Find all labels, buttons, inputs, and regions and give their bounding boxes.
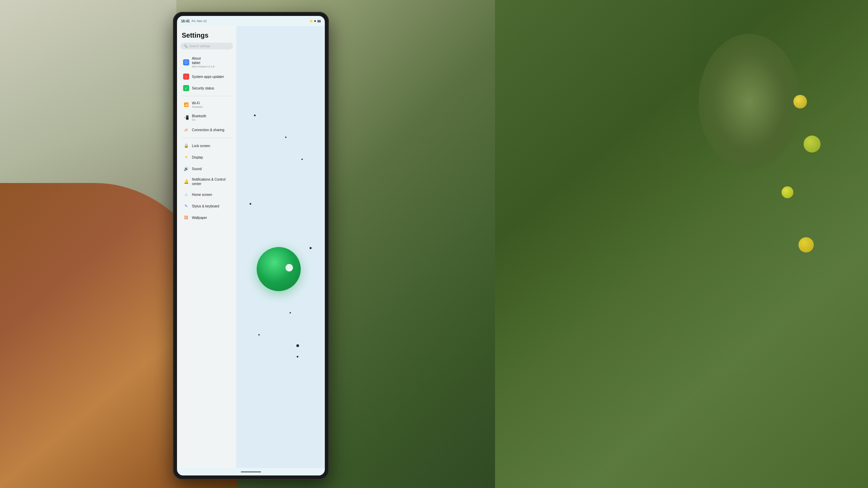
- bluetooth-value: On: [192, 118, 230, 121]
- dot-4: [250, 203, 251, 205]
- fruit-2: [804, 136, 821, 152]
- lock-icon: 🔒: [183, 143, 189, 149]
- bluetooth-status-icon: ⭐: [309, 19, 313, 23]
- status-time: 16:41: [181, 19, 190, 23]
- dot-5: [310, 247, 312, 249]
- dot-1: [254, 115, 256, 116]
- animation-container: [236, 26, 325, 468]
- sidebar-item-security-status[interactable]: ✓ Security status: [178, 83, 235, 94]
- small-dark-dot: [296, 344, 299, 347]
- sound-icon: 🔊: [183, 166, 189, 172]
- sidebar-item-system-apps-updater[interactable]: ↑ System apps updater: [178, 71, 235, 82]
- nav-indicator: [241, 471, 261, 472]
- lock-screen-label: Lock screen: [192, 144, 230, 148]
- settings-detail-panel: [236, 26, 325, 468]
- sidebar-item-stylus-keyboard[interactable]: ✎ Stylus & keyboard: [178, 201, 235, 211]
- home-icon: ⌂: [183, 191, 189, 198]
- bluetooth-icon: 📲: [183, 115, 189, 121]
- nav-bar: [177, 468, 325, 475]
- wallpaper-label: Wallpaper: [192, 216, 230, 220]
- wifi-value: Techlekh: [192, 105, 230, 108]
- search-icon: 🔍: [184, 44, 188, 48]
- sidebar-item-about-tablet[interactable]: ⓘ Abouttablet MIUI Global 12.5.8: [178, 54, 235, 70]
- about-tablet-label: Abouttablet: [192, 56, 230, 65]
- settings-sidebar: Settings 🔍 Search settings ⓘ Abouttablet…: [177, 26, 236, 468]
- battery-icon: ▮▮: [317, 19, 321, 23]
- sidebar-item-sound[interactable]: 🔊 Sound: [178, 163, 235, 174]
- bluetooth-label: Bluetooth: [192, 114, 230, 118]
- sidebar-item-display[interactable]: ☀ Display: [178, 152, 235, 163]
- sidebar-item-home-screen[interactable]: ⌂ Home screen: [178, 189, 235, 200]
- dot-8: [290, 312, 291, 313]
- dot-7: [297, 356, 298, 358]
- status-date: Fri, Nov 12: [192, 19, 207, 23]
- connection-icon: ⇄: [183, 127, 189, 133]
- divider-2: [182, 138, 232, 138]
- wifi-icon: 📶: [183, 102, 189, 108]
- status-bar: 16:41 Fri, Nov 12 ⭐ ■ ▮▮: [177, 16, 325, 26]
- dot-2: [285, 137, 287, 138]
- shield-icon: ✓: [183, 85, 189, 91]
- sound-label: Sound: [192, 167, 230, 171]
- status-icons: ⭐ ■ ▮▮: [309, 19, 321, 23]
- notifications-label: Notifications & Control center: [192, 177, 230, 186]
- display-icon: ☀: [183, 154, 189, 160]
- tablet-screen: 16:41 Fri, Nov 12 ⭐ ■ ▮▮ Settings 🔍 Sear…: [177, 16, 325, 475]
- system-apps-updater-label: System apps updater: [192, 75, 230, 79]
- sidebar-item-lock-screen[interactable]: 🔒 Lock screen: [178, 140, 235, 151]
- home-screen-label: Home screen: [192, 192, 230, 197]
- tablet-device: 16:41 Fri, Nov 12 ⭐ ■ ▮▮ Settings 🔍 Sear…: [173, 12, 329, 480]
- sidebar-item-wallpaper[interactable]: 🖼 Wallpaper: [178, 212, 235, 223]
- fruit-1: [793, 95, 807, 108]
- dot-6: [258, 334, 260, 336]
- fruit-4: [798, 237, 814, 252]
- wifi-label: Wi-Fi: [192, 101, 230, 105]
- search-box[interactable]: 🔍 Search settings: [180, 43, 233, 49]
- screen-content: Settings 🔍 Search settings ⓘ Abouttablet…: [177, 26, 325, 468]
- wallpaper-icon: 🖼: [183, 215, 189, 221]
- sidebar-item-notifications[interactable]: 🔔 Notifications & Control center: [178, 175, 235, 188]
- connection-sharing-label: Connection & sharing: [192, 128, 230, 132]
- sidebar-item-wifi[interactable]: 📶 Wi-Fi Techlekh: [178, 99, 235, 111]
- sidebar-item-bluetooth[interactable]: 📲 Bluetooth On: [178, 111, 235, 124]
- search-input[interactable]: Search settings: [189, 44, 230, 48]
- display-label: Display: [192, 155, 230, 160]
- sidebar-item-connection-sharing[interactable]: ⇄ Connection & sharing: [178, 124, 235, 135]
- security-status-label: Security status: [192, 86, 230, 90]
- plant-decoration: [665, 68, 834, 271]
- divider-1: [182, 96, 232, 96]
- info-icon: ⓘ: [183, 59, 189, 65]
- stylus-keyboard-label: Stylus & keyboard: [192, 204, 230, 208]
- settings-title: Settings: [177, 26, 236, 43]
- fruit-3: [782, 186, 793, 198]
- dot-3: [301, 159, 303, 160]
- notification-icon: 🔔: [183, 179, 189, 185]
- stylus-icon: ✎: [183, 203, 189, 209]
- about-tablet-version: MIUI Global 12.5.8: [192, 65, 230, 68]
- update-icon: ↑: [183, 74, 189, 80]
- signal-icon: ■: [314, 19, 316, 23]
- main-green-circle: [257, 247, 301, 291]
